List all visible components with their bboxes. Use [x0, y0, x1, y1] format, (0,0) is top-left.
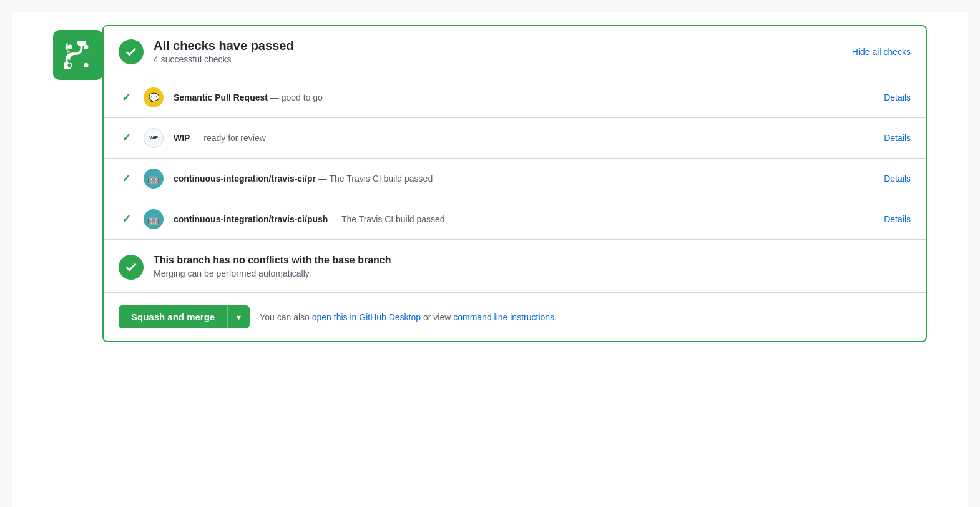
wip-icon-text: WiP	[149, 135, 158, 141]
wip-label: WiP	[149, 135, 158, 141]
hide-all-checks-link[interactable]: Hide all checks	[852, 47, 911, 57]
check-row-semantic: ✓ 💬 Semantic Pull Request — good to go D…	[104, 77, 926, 117]
merge-info-suffix: .	[554, 312, 557, 322]
check-label-travis-pr: continuous-integration/travis-ci/pr — Th…	[174, 174, 874, 184]
no-conflicts-checkmark-icon	[124, 260, 138, 274]
check-tick-wip: ✓	[119, 131, 134, 145]
check-tick-semantic: ✓	[119, 91, 134, 104]
check-row-travis-push: ✓ 🤖 continuous-integration/travis-ci/pus…	[104, 199, 926, 239]
no-conflicts-section: This branch has no conflicts with the ba…	[104, 239, 926, 292]
check-label-wip: WIP — ready for review	[174, 133, 874, 143]
page-wrapper: All checks have passed 4 successful chec…	[12, 12, 968, 507]
squash-merge-btn-group: Squash and merge ▾	[119, 305, 250, 328]
check-label-semantic: Semantic Pull Request — good to go	[174, 92, 874, 102]
wip-icon: WiP	[144, 128, 164, 148]
squash-merge-dropdown-button[interactable]: ▾	[228, 305, 250, 328]
checks-header: All checks have passed 4 successful chec…	[104, 26, 926, 77]
check-status-semantic: — good to go	[270, 92, 323, 102]
git-icon-box	[53, 30, 103, 80]
check-name-wip: WIP	[174, 133, 190, 143]
check-name-semantic: Semantic Pull Request	[174, 92, 268, 102]
merge-info-prefix: You can also	[260, 312, 312, 322]
squash-merge-button[interactable]: Squash and merge	[119, 305, 228, 328]
details-link-wip[interactable]: Details	[884, 133, 911, 143]
merge-section: Squash and merge ▾ You can also open thi…	[104, 292, 926, 341]
no-conflicts-title: This branch has no conflicts with the ba…	[154, 255, 391, 266]
details-link-travis-pr[interactable]: Details	[884, 174, 911, 184]
checks-header-subtitle: 4 successful checks	[154, 54, 294, 64]
check-name-travis-pr: continuous-integration/travis-ci/pr	[174, 174, 316, 184]
checks-header-left: All checks have passed 4 successful chec…	[119, 39, 294, 64]
check-label-travis-push: continuous-integration/travis-ci/push — …	[174, 214, 874, 224]
check-name-travis-push: continuous-integration/travis-ci/push	[174, 214, 328, 224]
travis-push-icon: 🤖	[144, 209, 164, 229]
command-line-link[interactable]: command line instructions	[453, 312, 554, 322]
check-tick-travis-push: ✓	[119, 212, 134, 226]
merge-info-text: You can also open this in GitHub Desktop…	[260, 312, 557, 322]
no-conflicts-icon	[119, 255, 144, 280]
check-status-travis-push: — The Travis CI build passed	[330, 214, 444, 224]
semantic-icon: 💬	[144, 87, 164, 107]
travis-pr-icon: 🤖	[144, 169, 164, 189]
checkmark-icon	[124, 45, 138, 59]
merge-info-middle: or view	[421, 312, 453, 322]
no-conflicts-text: This branch has no conflicts with the ba…	[154, 255, 391, 278]
details-link-semantic[interactable]: Details	[884, 92, 911, 102]
github-desktop-link[interactable]: open this in GitHub Desktop	[312, 312, 421, 322]
pr-checks-container: All checks have passed 4 successful chec…	[53, 25, 927, 342]
check-row-wip: ✓ WiP WIP — ready for review Details	[104, 117, 926, 158]
check-status-wip: — ready for review	[192, 133, 265, 143]
details-link-travis-push[interactable]: Details	[884, 214, 911, 224]
checks-panel: All checks have passed 4 successful chec…	[102, 25, 927, 342]
checks-header-title: All checks have passed	[154, 39, 294, 53]
no-conflicts-subtitle: Merging can be performed automatically.	[154, 268, 391, 278]
check-row-travis-pr: ✓ 🤖 continuous-integration/travis-ci/pr …	[104, 158, 926, 199]
checks-header-text: All checks have passed 4 successful chec…	[154, 39, 294, 64]
check-status-travis-pr: — The Travis CI build passed	[318, 174, 433, 184]
dropdown-chevron-icon: ▾	[237, 312, 241, 322]
all-checks-passed-icon	[119, 39, 144, 64]
git-merge-icon	[64, 41, 92, 69]
check-tick-travis-pr: ✓	[119, 172, 134, 185]
